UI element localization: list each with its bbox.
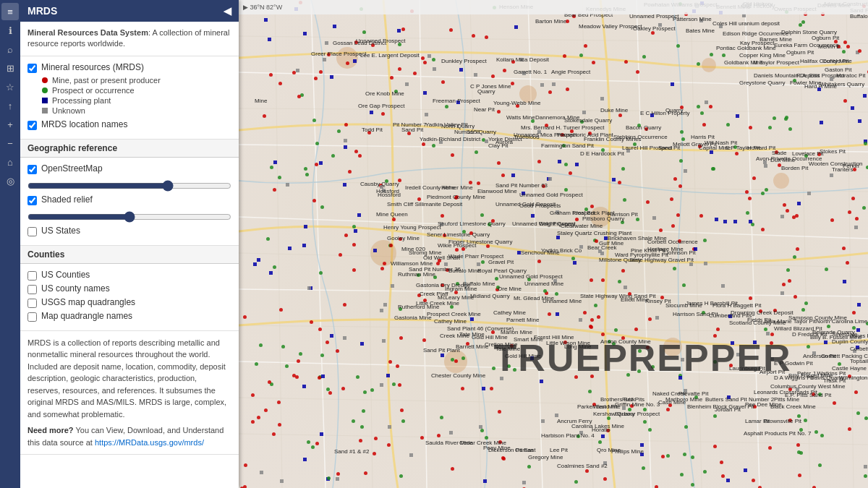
- legend-dot-prospect: [42, 87, 48, 93]
- mineral-resources-checkbox[interactable]: [27, 64, 37, 73]
- home-icon[interactable]: ⌂: [1, 153, 19, 171]
- topbar-coords: ▶ 36°N 82°W: [243, 4, 282, 11]
- openstreetmap-label: OpenStreetMap: [41, 163, 103, 174]
- legend-label-processing: Processing plant: [52, 96, 111, 105]
- map-topbar: ▶ 36°N 82°W: [239, 0, 868, 14]
- legend-square-unknown: [42, 108, 48, 114]
- sidebar-panel: MRDS ◀ Mineral Resources Data System: A …: [20, 0, 239, 488]
- map-quadrangle-names-row: Map quadrangle names: [27, 311, 231, 322]
- map-area[interactable]: Old Hickory MineHenson MineKennedys Mine…: [239, 0, 868, 488]
- search-icon[interactable]: ⌕: [1, 40, 19, 58]
- legend-label-unknown: Unknown: [52, 106, 85, 115]
- mineral-resources-row: Mineral resources (MRDS): [27, 62, 231, 73]
- description-bold: Mineral Resources Data System: [27, 28, 148, 37]
- openstreetmap-opacity-slider[interactable]: [27, 180, 231, 192]
- info-text: MRDS is a collection of reports describi…: [27, 337, 231, 421]
- sidebar-collapse-button[interactable]: ◀: [224, 5, 231, 17]
- legend-item-processing: Processing plant: [42, 96, 231, 105]
- geographic-reference-label: Geographic reference: [27, 143, 117, 153]
- usgs-quadrangles-label: USGS map quadrangles: [41, 297, 135, 307]
- zoom-in-icon[interactable]: +: [1, 116, 19, 133]
- share-icon[interactable]: ↑: [1, 97, 19, 114]
- app-title: MRDS: [27, 5, 57, 17]
- map-quadrangle-names-label: Map quadrangle names: [41, 311, 132, 321]
- legend-label-producer: Mine, past or present producer: [52, 76, 161, 85]
- mrds-location-names-checkbox[interactable]: [27, 121, 37, 130]
- shaded-relief-checkbox[interactable]: [27, 196, 37, 205]
- mrds-location-names-label: MRDS location names: [41, 119, 127, 129]
- shaded-relief-label: Shaded relief: [41, 194, 93, 205]
- us-counties-row: US Counties: [27, 270, 231, 281]
- legend-dot-producer: [42, 77, 48, 83]
- need-more-label: Need more?: [27, 426, 74, 435]
- menu-icon[interactable]: ≡: [1, 3, 19, 20]
- description-section: Mineral Resources Data System: A collect…: [20, 22, 239, 56]
- svg-rect-33: [239, 0, 868, 488]
- shaded-relief-row: Shaded relief: [27, 194, 231, 205]
- us-counties-checkbox[interactable]: [27, 271, 37, 281]
- legend-item-producer: Mine, past or present producer: [42, 76, 231, 85]
- usgs-quadrangles-row: USGS map quadrangles: [27, 297, 231, 308]
- usgs-quadrangles-checkbox[interactable]: [27, 299, 37, 308]
- us-county-names-row: US county names: [27, 283, 231, 294]
- info-text-main: MRDS is a collection of reports describi…: [27, 338, 226, 419]
- counties-label: Counties: [27, 249, 64, 260]
- counties-section: US Counties US county names USGS map qua…: [20, 264, 239, 331]
- sidebar-header: MRDS ◀: [20, 0, 239, 22]
- geographic-reference-section: OpenStreetMap Shaded relief US States: [20, 158, 239, 246]
- legend-square-processing: [42, 98, 48, 103]
- legend-label-prospect: Prospect or occurrence: [52, 86, 135, 95]
- shaded-relief-opacity-slider[interactable]: [27, 211, 231, 223]
- mrds-link[interactable]: https://MRData.usgs.gov/mrds/: [95, 438, 204, 447]
- map-quadrangle-names-checkbox[interactable]: [27, 312, 37, 322]
- openstreetmap-checkbox[interactable]: [27, 165, 37, 174]
- zoom-out-icon[interactable]: −: [1, 134, 19, 152]
- mineral-resources-label: Mineral resources (MRDS): [41, 62, 144, 72]
- geographic-reference-header: Geographic reference: [20, 140, 239, 158]
- us-counties-label: US Counties: [41, 270, 90, 280]
- mineral-resources-section: Mineral resources (MRDS) Mine, past or p…: [20, 56, 239, 140]
- legend-item-prospect: Prospect or occurrence: [42, 86, 231, 95]
- info-icon[interactable]: ℹ: [1, 22, 19, 39]
- us-states-row: US States: [27, 226, 231, 236]
- us-states-label: US States: [41, 226, 80, 236]
- mrds-names-row: MRDS location names: [27, 119, 231, 130]
- icon-bar: ≡ ℹ ⌕ ⊞ ☆ ↑ + − ⌂ ◎: [0, 0, 20, 488]
- map-background: [239, 0, 868, 488]
- mineral-resources-legend: Mine, past or present producer Prospect …: [42, 76, 231, 115]
- bookmark-icon[interactable]: ☆: [1, 78, 19, 95]
- layers-icon[interactable]: ⊞: [1, 59, 19, 77]
- legend-item-unknown: Unknown: [42, 106, 231, 115]
- info-section: MRDS is a collection of reports describi…: [20, 331, 239, 455]
- us-county-names-label: US county names: [41, 283, 110, 294]
- nav-icon[interactable]: ◎: [1, 172, 19, 189]
- us-county-names-checkbox[interactable]: [27, 285, 37, 294]
- us-states-checkbox[interactable]: [27, 227, 37, 236]
- description-text: Mineral Resources Data System: A collect…: [27, 28, 229, 48]
- counties-header: Counties: [20, 246, 239, 264]
- info-text-need-more: Need more? You can View, Download, and U…: [27, 424, 231, 448]
- openstreetmap-row: OpenStreetMap: [27, 163, 231, 174]
